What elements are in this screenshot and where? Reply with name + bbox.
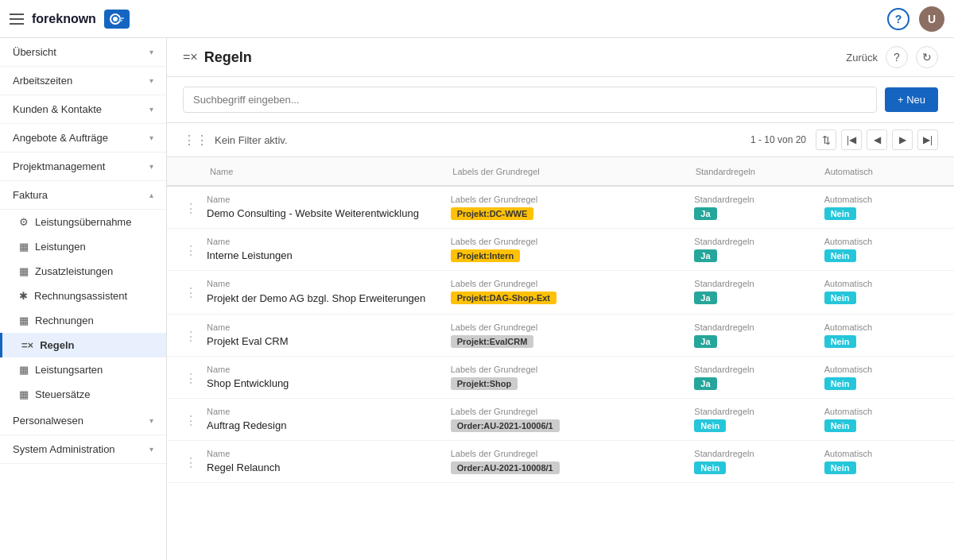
col-label-label: Labels der Grundregel — [451, 322, 679, 332]
label-badge: Order:AU-2021-10006/1 — [451, 419, 560, 432]
refresh-button[interactable]: ↻ — [916, 46, 938, 68]
user-avatar[interactable]: U — [919, 6, 944, 32]
col-label-standard: Standardregeln — [694, 449, 808, 458]
col-label-label: Labels der Grundregel — [451, 237, 679, 246]
col-label-standard: Standardregeln — [694, 279, 808, 288]
sidebar-item-personalwesen[interactable]: Personalwesen ▾ — [0, 407, 166, 435]
sort-button[interactable]: ⇅ — [816, 129, 836, 150]
invoice-icon: ▦ — [19, 315, 29, 326]
sidebar-item-leistungsübernahme[interactable]: ⚙ Leistungsübernahme — [0, 210, 166, 234]
first-page-button[interactable]: |◀ — [841, 129, 862, 150]
pagination-info: 1 - 10 von 20 — [750, 134, 806, 145]
col-label-standard: Standardregeln — [694, 237, 808, 246]
standard-badge: Ja — [694, 292, 716, 304]
sidebar-item-system[interactable]: System Administration ▾ — [0, 435, 166, 464]
sidebar-item-label: System Administration — [13, 443, 115, 455]
row-name: Auftrag Redesign — [207, 419, 435, 431]
row-name: Regel Relaunch — [207, 462, 435, 473]
svg-rect-3 — [119, 20, 122, 21]
page-title-area: =× Regeln — [183, 49, 252, 66]
next-page-button[interactable]: ▶ — [892, 129, 913, 150]
sidebar-item-label: Arbeitszeiten — [13, 75, 72, 87]
col-label-auto: Automatisch — [824, 195, 938, 204]
sidebar-sub-label: Leistungen — [35, 241, 86, 253]
filter-bar: ⋮⋮ Kein Filter aktiv. 1 - 10 von 20 ⇅ |◀… — [167, 123, 954, 157]
sidebar-item-angebote[interactable]: Angebote & Aufträge ▾ — [0, 124, 166, 153]
col-label-auto: Automatisch — [824, 407, 938, 416]
row-name: Projekt der Demo AG bzgl. Shop Erweiteru… — [207, 292, 435, 306]
row-menu-icon[interactable]: ⋮ — [183, 282, 199, 303]
main-layout: Übersicht ▾ Arbeitszeiten ▾ Kunden & Kon… — [0, 38, 954, 560]
sidebar-item-arbeitszeiten[interactable]: Arbeitszeiten ▾ — [0, 67, 166, 95]
chevron-down-icon: ▾ — [149, 133, 153, 142]
col-label-name: Name — [207, 407, 435, 416]
row-data: Name Projekt Eval CRM Labels der Grundre… — [207, 322, 938, 348]
sidebar-item-label: Kunden & Kontakte — [13, 103, 102, 115]
sidebar-sub-label: Zusatzleistungen — [35, 265, 113, 277]
sidebar-item-rechnungsassistent[interactable]: ✱ Rechnungsassistent — [0, 284, 166, 308]
standard-badge: Ja — [694, 377, 716, 390]
last-page-button[interactable]: ▶| — [917, 129, 938, 150]
col-label-name: Name — [207, 195, 435, 204]
sidebar-item-regeln[interactable]: =× Regeln — [0, 333, 166, 357]
row-menu-icon[interactable]: ⋮ — [183, 326, 199, 347]
auto-badge: Nein — [824, 249, 856, 262]
col-label-name: Name — [207, 365, 435, 374]
auto-badge: Nein — [824, 335, 856, 348]
back-button[interactable]: Zurück — [846, 52, 878, 64]
hamburger-menu[interactable] — [10, 14, 24, 25]
chevron-down-icon: ▾ — [149, 76, 153, 85]
label-badge: Projekt:Intern — [451, 249, 521, 262]
label-badge: Projekt:DAG-Shop-Ext — [451, 292, 556, 304]
svg-rect-2 — [119, 17, 124, 19]
svg-point-1 — [113, 17, 118, 21]
sidebar-item-ubersicht[interactable]: Übersicht ▾ — [0, 38, 166, 67]
search-input[interactable] — [183, 87, 877, 113]
grid-icon: ▦ — [19, 241, 29, 253]
logo-icon — [104, 10, 130, 29]
grid-icon: ▦ — [19, 265, 29, 277]
help-icon-button[interactable]: ? — [886, 46, 908, 68]
sidebar-item-faktura[interactable]: Faktura ▴ — [0, 181, 166, 210]
sidebar-item-projektmanagement[interactable]: Projektmanagement ▾ — [0, 153, 166, 181]
chevron-up-icon: ▴ — [149, 191, 153, 199]
row-name: Projekt Eval CRM — [207, 335, 435, 347]
col-label-label: Labels der Grundregel — [451, 449, 679, 458]
help-button[interactable]: ? — [887, 8, 909, 30]
standard-badge: Ja — [694, 207, 716, 220]
prev-page-button[interactable]: ◀ — [867, 129, 887, 150]
filter-left: ⋮⋮ Kein Filter aktiv. — [183, 133, 288, 148]
sidebar-item-zusatzleistungen[interactable]: ▦ Zusatzleistungen — [0, 259, 166, 284]
sidebar-item-kunden[interactable]: Kunden & Kontakte ▾ — [0, 95, 166, 124]
sidebar-sub-label: Rechnungen — [35, 315, 94, 326]
sidebar-item-rechnungen[interactable]: ▦ Rechnungen — [0, 308, 166, 333]
sidebar-item-label: Angebote & Aufträge — [13, 132, 108, 144]
nav-left: foreknown — [10, 10, 130, 29]
filter-menu-icon[interactable]: ⋮⋮ — [183, 133, 208, 148]
chevron-down-icon: ▾ — [149, 445, 153, 454]
toolbar: + Neu — [167, 77, 954, 123]
col-header-name: Name — [210, 167, 233, 176]
sidebar-item-leistungen[interactable]: ▦ Leistungen — [0, 234, 166, 259]
row-menu-icon[interactable]: ⋮ — [183, 240, 199, 261]
column-headers: Name Labels der Grundregel Standardregel… — [210, 165, 938, 177]
row-data: Name Interne Leistungen Labels der Grund… — [207, 237, 938, 262]
new-button[interactable]: + Neu — [885, 87, 938, 112]
sidebar-item-steuersatze[interactable]: ▦ Steuersätze — [0, 382, 166, 407]
sidebar-sub-label: Regeln — [40, 339, 74, 351]
sidebar-item-label: Faktura — [13, 189, 48, 201]
row-menu-icon[interactable]: ⋮ — [183, 452, 199, 473]
col-label-auto: Automatisch — [824, 449, 938, 458]
row-menu-icon[interactable]: ⋮ — [183, 368, 199, 389]
top-nav: foreknown ? U — [0, 0, 954, 38]
col-label-name: Name — [207, 237, 435, 246]
row-menu-icon[interactable]: ⋮ — [183, 198, 199, 219]
standard-badge: Nein — [694, 462, 726, 474]
table-container: Name Labels der Grundregel Standardregel… — [167, 157, 954, 560]
row-menu-icon[interactable]: ⋮ — [183, 410, 199, 431]
nav-right: ? U — [887, 6, 944, 32]
standard-badge: Nein — [694, 419, 726, 432]
col-label-auto: Automatisch — [824, 365, 938, 374]
standard-badge: Ja — [694, 335, 716, 348]
sidebar-item-leistungsarten[interactable]: ▦ Leistungsarten — [0, 357, 166, 382]
